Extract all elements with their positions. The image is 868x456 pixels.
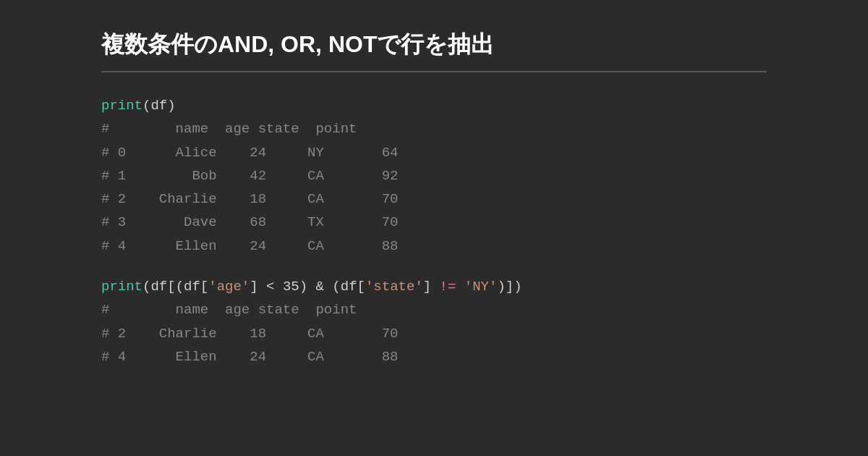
filtered-header-text: # name age state point <box>101 302 357 318</box>
num-35: 35 <box>283 279 299 295</box>
open-paren2: ( <box>332 279 340 295</box>
not-equal: != <box>431 279 464 295</box>
age-string: 'age' <box>208 279 250 295</box>
code-block: print(df) # name age state point # 0 Ali… <box>101 94 767 368</box>
df3-var: df <box>184 279 200 295</box>
comment-header: # name age state point <box>101 117 767 140</box>
paren-close: ) <box>167 98 175 114</box>
print-keyword: print <box>101 98 142 114</box>
close-paren1: ) <box>299 279 307 295</box>
paren-open: ( <box>142 98 150 114</box>
code-line-print2: print(df[(df['age'] < 35) & (df['state']… <box>101 275 767 298</box>
code-line-print1: print(df) <box>101 94 767 117</box>
filtered-row-4-text: # 4 Ellen 24 CA 88 <box>101 349 398 365</box>
bracket3-open: [ <box>357 279 365 295</box>
df2-var: df <box>150 279 167 295</box>
row-1-comment: # 1 Bob 42 CA 92 <box>101 168 398 184</box>
row-0-comment: # 0 Alice 24 NY 64 <box>101 145 398 161</box>
spacer1 <box>101 258 767 275</box>
close-paren2: )]) <box>497 279 522 295</box>
row-2-comment: # 2 Charlie 18 CA 70 <box>101 191 398 207</box>
comment-header-text: # name age state point <box>101 121 357 137</box>
bracket3-close: ] <box>423 279 431 295</box>
row-3: # 3 Dave 68 TX 70 <box>101 211 767 234</box>
less-than: < <box>258 279 283 295</box>
filtered-row-2-text: # 2 Charlie 18 CA 70 <box>101 326 398 342</box>
page-title: 複数条件のAND, OR, NOTで行を抽出 <box>101 29 767 61</box>
row-4: # 4 Ellen 24 CA 88 <box>101 235 767 258</box>
row-1: # 1 Bob 42 CA 92 <box>101 164 767 187</box>
filtered-row-2: # 2 Charlie 18 CA 70 <box>101 322 767 345</box>
divider <box>101 71 767 72</box>
df-var: df <box>150 98 167 114</box>
ny-string: 'NY' <box>464 279 498 295</box>
ampersand: & <box>307 279 332 295</box>
bracket2-open: [ <box>200 279 208 295</box>
bracket2-close: ] <box>250 279 258 295</box>
df4-var: df <box>341 279 357 295</box>
row-3-comment: # 3 Dave 68 TX 70 <box>101 214 398 230</box>
bracket1-open: [( <box>167 279 184 295</box>
print2-open: ( <box>142 279 150 295</box>
filtered-comment-header: # name age state point <box>101 298 767 321</box>
state-string: 'state' <box>365 279 423 295</box>
main-container: 複数条件のAND, OR, NOTで行を抽出 print(df) # name … <box>0 0 868 397</box>
print2-keyword: print <box>101 279 142 295</box>
row-0: # 0 Alice 24 NY 64 <box>101 141 767 164</box>
filtered-row-4: # 4 Ellen 24 CA 88 <box>101 345 767 368</box>
row-4-comment: # 4 Ellen 24 CA 88 <box>101 238 398 254</box>
row-2: # 2 Charlie 18 CA 70 <box>101 187 767 211</box>
